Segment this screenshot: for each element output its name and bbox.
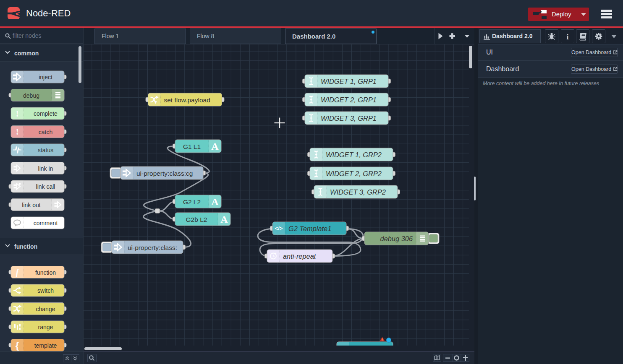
- svg-text:switch: switch: [37, 287, 54, 294]
- svg-text:i: i: [566, 32, 568, 41]
- svg-text:</>: </>: [275, 225, 283, 231]
- svg-text:change: change: [36, 306, 55, 312]
- svg-text:link in: link in: [38, 165, 53, 172]
- svg-text:G2 Template1: G2 Template1: [288, 225, 331, 232]
- svg-text:A: A: [211, 196, 219, 207]
- svg-text:anti-repeat: anti-repeat: [283, 252, 317, 260]
- svg-text:!: !: [16, 109, 19, 118]
- svg-text:ui-property:class:cg: ui-property:class:cg: [136, 170, 193, 177]
- svg-text:WIDGET 2, GRP2: WIDGET 2, GRP2: [326, 170, 382, 177]
- svg-text:set flow.payload: set flow.payload: [164, 96, 210, 104]
- svg-text:G2b L2: G2b L2: [186, 216, 207, 223]
- svg-text:!: !: [16, 127, 19, 136]
- svg-text:WIDGET 3, GRP2: WIDGET 3, GRP2: [330, 188, 386, 196]
- svg-text:A: A: [211, 141, 219, 152]
- svg-text:link out: link out: [22, 202, 40, 208]
- svg-text:ui-property:class:: ui-property:class:: [128, 244, 177, 251]
- svg-text:complete: complete: [34, 110, 58, 117]
- svg-text:WIDGET 2, GRP1: WIDGET 2, GRP1: [321, 96, 377, 104]
- svg-text:G1 L1: G1 L1: [183, 143, 201, 150]
- svg-text:WIDGET 1, GRP1: WIDGET 1, GRP1: [321, 78, 377, 85]
- svg-text:status: status: [38, 147, 53, 153]
- svg-text:G2 L2: G2 L2: [183, 198, 201, 205]
- svg-text:!: !: [382, 338, 383, 341]
- svg-text:function: function: [35, 269, 56, 276]
- svg-text:WIDGET 3, GRP1: WIDGET 3, GRP1: [321, 114, 377, 122]
- svg-text:range: range: [38, 324, 53, 330]
- svg-text:{: {: [16, 340, 19, 351]
- svg-text:debug: debug: [23, 92, 39, 99]
- svg-text:link call: link call: [36, 183, 55, 190]
- svg-text:WIDGET 1, GRP2: WIDGET 1, GRP2: [326, 151, 382, 159]
- svg-text:template: template: [34, 342, 57, 349]
- svg-text:catch: catch: [39, 129, 52, 135]
- svg-text:debug 306: debug 306: [380, 235, 413, 242]
- svg-text:comment: comment: [34, 220, 58, 226]
- svg-text:inject: inject: [39, 74, 52, 81]
- svg-text:A: A: [220, 214, 228, 225]
